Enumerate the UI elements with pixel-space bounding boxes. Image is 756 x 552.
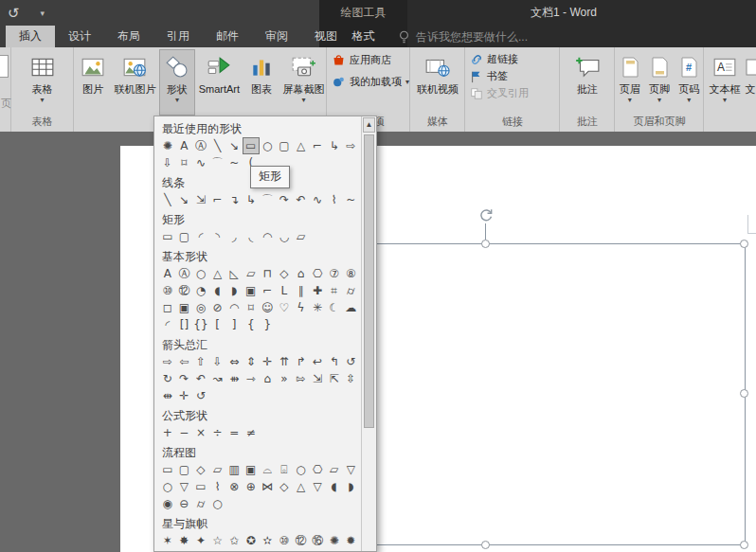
shape-cell[interactable]: ⌒ (209, 154, 226, 171)
shape-cell[interactable]: ⇲ (192, 191, 209, 208)
shape-cell[interactable]: A (176, 137, 193, 154)
shape-cell[interactable]: ✳ (309, 299, 326, 316)
shape-cell[interactable]: ↰ (326, 353, 343, 370)
shape-cell[interactable]: ⇱ (326, 370, 343, 387)
shape-cell[interactable]: ◔ (192, 282, 209, 299)
shape-cell[interactable]: ⑫ (176, 282, 193, 299)
shape-cell[interactable]: ◻ (159, 299, 176, 316)
store-button[interactable]: 应用商店 (328, 53, 409, 67)
shape-cell[interactable]: ◠ (225, 299, 243, 316)
table-button[interactable]: 表格 ▾ (24, 49, 62, 116)
shape-cell[interactable]: ⌑ (176, 154, 193, 171)
shape-cell[interactable]: ⑯ (309, 532, 326, 549)
shape-cell[interactable]: ÷ (209, 424, 226, 441)
shape-cell[interactable]: ▱ (326, 461, 343, 478)
shape-cell[interactable]: ↴ (225, 191, 243, 208)
shape-cell[interactable]: ○ (192, 265, 209, 282)
shape-cell[interactable]: ▭ (192, 478, 209, 495)
shape-cell[interactable]: ✺ (326, 532, 343, 549)
shape-cell[interactable]: A (159, 265, 176, 282)
shape-cell[interactable]: ∥ (293, 282, 310, 299)
qat-customize-icon[interactable]: ▾ (41, 9, 45, 18)
shape-cell[interactable]: Ⓐ (192, 137, 209, 154)
shape-cell[interactable]: ⋈ (260, 478, 277, 495)
shape-cell[interactable]: ▭ (243, 137, 260, 154)
shape-cell[interactable]: = (225, 424, 243, 441)
comment-button[interactable]: 批注 (568, 49, 606, 116)
shape-cell[interactable]: ◖ (209, 282, 226, 299)
shape-cell[interactable]: ⌐ (309, 137, 326, 154)
shape-cell[interactable]: ⑫ (293, 532, 310, 549)
shape-cell[interactable]: × (192, 424, 209, 441)
shape-cell[interactable]: ⌇ (209, 478, 226, 495)
shape-cell[interactable]: ↱ (293, 353, 310, 370)
shape-cell[interactable]: ◟ (243, 228, 260, 245)
shape-cell[interactable]: ϟ (293, 299, 310, 316)
shape-cell[interactable]: ↶ (293, 191, 310, 208)
shape-cell[interactable]: ✺ (159, 137, 176, 154)
shape-cell[interactable]: ~ (343, 191, 360, 208)
shape-cell[interactable]: [ (209, 316, 226, 333)
shape-cell[interactable]: ◗ (343, 478, 360, 495)
shape-cell[interactable]: ↝ (209, 370, 226, 387)
shape-cell[interactable]: ⑧ (343, 265, 360, 282)
shape-cell[interactable]: ⌭ (343, 282, 360, 299)
shape-cell[interactable]: ◺ (225, 265, 243, 282)
shape-cell[interactable]: ⊘ (209, 299, 226, 316)
shape-cell[interactable]: ↘ (225, 137, 243, 154)
resize-handle-top-center[interactable] (481, 240, 490, 248)
chart-button[interactable]: 图表 (243, 49, 279, 116)
shape-cell[interactable]: ▭ (159, 228, 176, 245)
shape-cell[interactable]: ] (225, 316, 243, 333)
shape-cell[interactable]: ▽ (176, 478, 193, 495)
shape-cell[interactable]: ⇨ (159, 353, 176, 370)
shape-cell[interactable]: ⌭ (192, 495, 209, 512)
shape-cell[interactable]: ⌂ (293, 265, 310, 282)
shape-cell[interactable]: ✸ (176, 532, 193, 549)
shape-cell[interactable]: ☆ (209, 532, 226, 549)
screenshot-button[interactable]: 屏幕截图 ▾ (281, 49, 326, 116)
online-pictures-button[interactable]: 联机图片 (113, 49, 157, 116)
shape-cell[interactable]: ▽ (309, 478, 326, 495)
shape-cell[interactable]: ↶ (192, 370, 209, 387)
tell-me-box[interactable]: 告诉我您想要做什么... (398, 27, 528, 46)
shapes-button[interactable]: 形状 ▾ (159, 49, 195, 116)
shape-cell[interactable]: ◉ (159, 495, 176, 512)
rotation-handle-icon[interactable] (477, 206, 495, 223)
tab-view[interactable]: 视图 (301, 26, 351, 47)
shape-cell[interactable]: ◇ (276, 265, 293, 282)
shape-cell[interactable]: ↻ (159, 370, 176, 387)
shape-cell[interactable]: ✶ (159, 532, 176, 549)
shape-cell[interactable]: ↳ (326, 137, 343, 154)
shape-cell[interactable]: ⇳ (343, 370, 360, 387)
shape-cell[interactable]: ⇾ (243, 370, 260, 387)
shape-cell[interactable]: ◞ (225, 228, 243, 245)
shape-cell[interactable]: ○ (293, 461, 310, 478)
shape-cell[interactable]: ▣ (243, 282, 260, 299)
shape-cell[interactable]: ✛ (260, 353, 277, 370)
shape-cell[interactable]: ☁ (343, 299, 360, 316)
shape-cell[interactable]: ↺ (343, 353, 360, 370)
tab-design[interactable]: 设计 (55, 26, 104, 47)
shape-cell[interactable]: ⌗ (326, 282, 343, 299)
shape-cell[interactable]: △ (209, 265, 226, 282)
shape-cell[interactable]: ⊓ (260, 265, 277, 282)
shape-cell[interactable]: ⌓ (260, 461, 277, 478)
tab-insert[interactable]: 插入 (6, 26, 55, 47)
scroll-up-button[interactable]: ▲ (363, 117, 375, 133)
shape-cell[interactable]: ≠ (243, 424, 260, 441)
shape-cell[interactable]: ⇰ (293, 370, 310, 387)
shape-cell[interactable]: △ (293, 478, 310, 495)
footer-button[interactable]: 页脚 ▾ (645, 49, 673, 116)
shape-cell[interactable]: ✫ (260, 532, 277, 549)
shape-cell[interactable]: ⑩ (276, 532, 293, 549)
shape-cell[interactable]: ⌐ (209, 191, 226, 208)
shape-cell[interactable]: ⌒ (260, 191, 277, 208)
shape-cell[interactable]: ▱ (293, 228, 310, 245)
shape-cell[interactable]: ✦ (192, 532, 209, 549)
shape-cell[interactable]: ▥ (225, 461, 243, 478)
shape-cell[interactable]: ▢ (176, 461, 193, 478)
shape-cell[interactable]: ✛ (176, 387, 193, 404)
shape-cell[interactable]: ◖ (326, 478, 343, 495)
shape-cell[interactable]: ⌺ (276, 461, 293, 478)
